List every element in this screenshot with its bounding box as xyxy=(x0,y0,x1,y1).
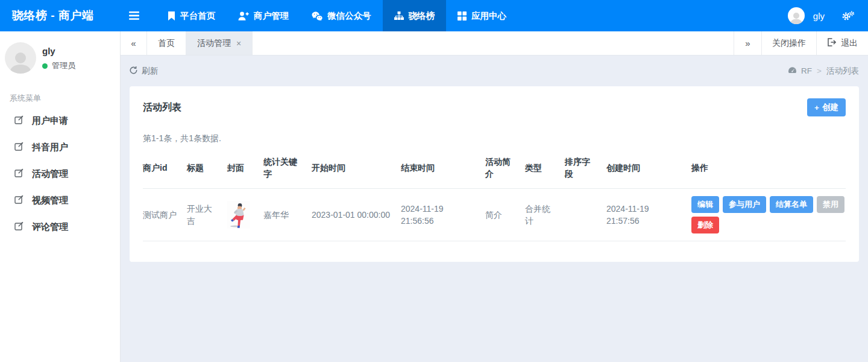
nav-item-platform-home[interactable]: 平台首页 xyxy=(156,0,227,31)
hamburger-icon[interactable] xyxy=(121,0,148,31)
breadcrumb-root[interactable]: RF xyxy=(788,66,812,75)
edit-button[interactable]: 编辑 xyxy=(691,196,719,213)
cell-end-time: 2024-11-19 21:56:56 xyxy=(401,189,485,241)
app-brand[interactable]: 骁络榜 - 商户端 xyxy=(0,0,121,31)
col-actions: 操作 xyxy=(691,149,846,189)
main-nav: 平台首页 商户管理 微信公众号 骁络榜 xyxy=(156,0,518,31)
panel-title: 活动列表 xyxy=(143,101,181,114)
col-end-time: 结束时间 xyxy=(401,149,485,189)
tab-activity-management[interactable]: 活动管理 × xyxy=(186,31,253,55)
sitemap-icon xyxy=(394,11,404,21)
logout-button[interactable]: 退出 xyxy=(816,31,868,55)
sidebar-username: gly xyxy=(42,46,75,56)
edit-icon xyxy=(14,168,24,179)
col-sort-field: 排序字段 xyxy=(565,149,606,189)
role-label: 管理员 xyxy=(52,60,75,71)
dashboard-icon xyxy=(788,66,797,75)
gear-icon[interactable] xyxy=(841,11,855,21)
breadcrumb-current: 活动列表 xyxy=(826,66,859,77)
sidebar-item-douyin-users[interactable]: 抖音用户 xyxy=(0,134,120,160)
close-operations-button[interactable]: 关闭操作 xyxy=(761,31,816,55)
cell-created-at: 2024-11-19 21:57:56 xyxy=(606,189,691,241)
participants-button[interactable]: 参与用户 xyxy=(723,196,766,213)
cover-image[interactable] xyxy=(227,201,255,229)
sidebar: gly 管理员 系统菜单 用户申请 抖音用户 活动管理 xyxy=(0,31,121,362)
sidebar-user-role: 管理员 xyxy=(42,60,75,71)
nav-item-wechat-official[interactable]: 微信公众号 xyxy=(300,0,383,31)
sidebar-item-video-management[interactable]: 视频管理 xyxy=(0,187,120,214)
cell-title: 开业大吉 xyxy=(187,189,227,241)
navbar-user-area: gly xyxy=(788,0,868,31)
user-plus-icon xyxy=(238,11,249,21)
tabs-scroll-left-button[interactable]: « xyxy=(121,31,147,55)
sidebar-item-comment-management[interactable]: 评论管理 xyxy=(0,214,120,240)
sidebar-menu: 用户申请 抖音用户 活动管理 视频管理 评论管理 xyxy=(0,107,120,240)
col-created-at: 创建时间 xyxy=(606,149,691,189)
cell-cover xyxy=(227,189,263,241)
edit-icon xyxy=(14,115,24,126)
sidebar-item-activity-management[interactable]: 活动管理 xyxy=(0,160,120,187)
username[interactable]: gly xyxy=(813,11,825,21)
chevron-double-right-icon: » xyxy=(745,38,750,48)
edit-icon xyxy=(14,221,24,232)
online-status-dot xyxy=(42,63,48,69)
tabbar-right-controls: » 关闭操作 退出 xyxy=(734,31,868,55)
table-header-row: 商户id 标题 封面 统计关键字 开始时间 结束时间 活动简介 类型 排序字段 … xyxy=(143,149,846,189)
grid-icon xyxy=(458,11,467,21)
record-count-summary: 第1-1条，共1条数据. xyxy=(143,133,846,144)
cell-actions: 编辑 参与用户 结算名单 禁用 删除 xyxy=(691,189,846,241)
breadcrumb: RF > 活动列表 xyxy=(788,66,859,77)
row-action-buttons: 编辑 参与用户 结算名单 禁用 删除 xyxy=(691,196,861,233)
col-intro: 活动简介 xyxy=(485,149,525,189)
col-type: 类型 xyxy=(525,149,565,189)
create-button[interactable]: + 创建 xyxy=(807,98,846,116)
sidebar-user-meta: gly 管理员 xyxy=(42,42,75,74)
close-icon[interactable]: × xyxy=(236,39,241,48)
tab-home[interactable]: 首页 xyxy=(147,31,186,55)
chevron-double-left-icon: « xyxy=(131,38,136,48)
col-cover: 封面 xyxy=(227,149,263,189)
nav-item-merchant-management[interactable]: 商户管理 xyxy=(227,0,300,31)
refresh-icon xyxy=(130,66,137,76)
col-title: 标题 xyxy=(187,149,227,189)
nav-item-app-center[interactable]: 应用中心 xyxy=(446,0,518,31)
col-merchant-id: 商户id xyxy=(143,149,187,189)
main-content: « 首页 活动管理 × » 关闭操作 退出 xyxy=(121,31,868,362)
top-navbar: 骁络榜 - 商户端 平台首页 商户管理 微信公众号 xyxy=(0,0,868,31)
col-keyword: 统计关键字 xyxy=(263,149,312,189)
tabs-scroll-right-button[interactable]: » xyxy=(734,31,761,55)
cell-sort-field xyxy=(565,189,606,241)
cell-intro: 简介 xyxy=(485,189,525,241)
sidebar-avatar[interactable] xyxy=(5,42,36,74)
panel-header: 活动列表 + 创建 xyxy=(143,98,846,116)
plus-icon: + xyxy=(814,103,819,112)
sign-out-icon xyxy=(827,38,836,48)
sidebar-user-block: gly 管理员 xyxy=(0,31,120,78)
content-toolbar: 刷新 RF > 活动列表 xyxy=(121,56,868,86)
sidebar-section-label: 系统菜单 xyxy=(0,78,120,107)
tab-bar: « 首页 活动管理 × » 关闭操作 退出 xyxy=(121,31,868,56)
activity-table: 商户id 标题 封面 统计关键字 开始时间 结束时间 活动简介 类型 排序字段 … xyxy=(143,149,846,241)
cell-keyword: 嘉年华 xyxy=(263,189,312,241)
settlement-list-button[interactable]: 结算名单 xyxy=(770,196,813,213)
cell-type: 合并统计 xyxy=(525,189,565,241)
wechat-icon xyxy=(312,11,322,21)
bookmark-icon xyxy=(168,11,175,21)
app-window: 骁络榜 - 商户端 平台首页 商户管理 微信公众号 xyxy=(0,0,868,362)
nav-item-xiaoluobang[interactable]: 骁络榜 xyxy=(383,0,447,31)
delete-button[interactable]: 删除 xyxy=(691,217,719,233)
edit-icon xyxy=(14,195,24,206)
cell-start-time: 2023-01-01 00:00:00 xyxy=(312,189,401,241)
col-start-time: 开始时间 xyxy=(312,149,401,189)
edit-icon xyxy=(14,142,24,153)
tabbar-spacer xyxy=(253,31,734,55)
activity-list-panel: 活动列表 + 创建 第1-1条，共1条数据. 商户id 标题 封面 xyxy=(130,86,859,262)
breadcrumb-separator: > xyxy=(817,66,822,75)
refresh-button[interactable]: 刷新 xyxy=(130,66,158,77)
navbar-spacer xyxy=(518,0,788,31)
table-row: 测试商户 开业大吉 xyxy=(143,189,846,241)
sidebar-item-user-apply[interactable]: 用户申请 xyxy=(0,107,120,134)
cell-merchant-id: 测试商户 xyxy=(143,189,187,241)
disable-button[interactable]: 禁用 xyxy=(817,196,844,213)
avatar[interactable] xyxy=(788,7,805,24)
